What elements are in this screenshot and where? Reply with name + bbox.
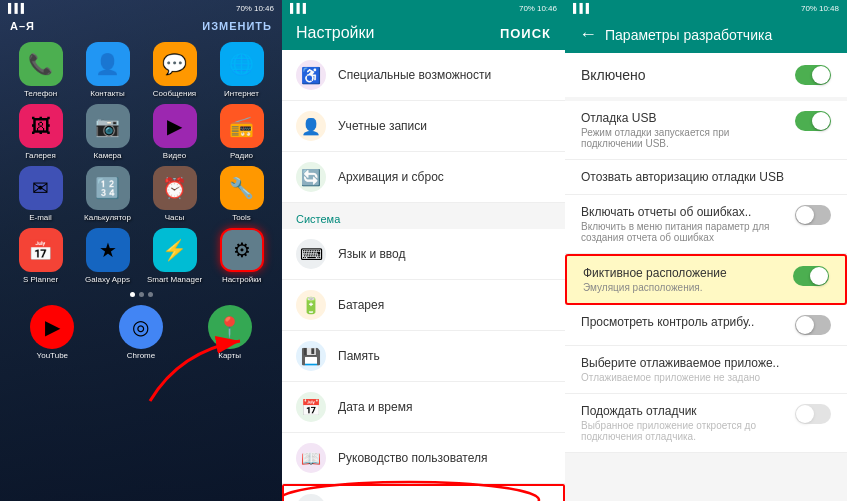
settings-item-accessibility[interactable]: ♿ Специальные возможности: [282, 50, 565, 101]
app-tools-label: Tools: [232, 213, 251, 222]
settings-item-battery[interactable]: 🔋 Батарея: [282, 280, 565, 331]
dev-option-attr-title: Просмотреть контроль атрибу..: [581, 315, 787, 329]
dev-mock-location-toggle[interactable]: [793, 266, 829, 286]
settings-item-developer[interactable]: { } Параметры разработчика: [282, 484, 565, 501]
dev-option-debug-app-sub: Отлаживаемое приложение не задано: [581, 372, 831, 383]
app-galaxy-apps[interactable]: ★ Galaxy Apps: [77, 228, 138, 284]
dev-option-revoke-usb[interactable]: Отозвать авторизацию отладки USB: [565, 160, 847, 195]
settings-item-manual[interactable]: 📖 Руководство пользователя: [282, 433, 565, 484]
app-messages-label: Сообщения: [153, 89, 196, 98]
app-splanner-label: S Planner: [23, 275, 58, 284]
dev-option-usb-debug-title: Отладка USB: [581, 111, 787, 125]
app-gallery-label: Галерея: [25, 151, 56, 160]
dot-1: [130, 292, 135, 297]
dev-option-attr-text: Просмотреть контроль атрибу..: [581, 315, 787, 329]
app-contacts[interactable]: 👤 Контакты: [77, 42, 138, 98]
manual-label: Руководство пользователя: [338, 451, 487, 465]
splanner-icon: 📅: [19, 228, 63, 272]
settings-header: Настройки ПОИСК: [282, 16, 565, 50]
smart-manager-icon: ⚡: [153, 228, 197, 272]
dev-enabled-toggle[interactable]: [795, 65, 831, 85]
app-clock-label: Часы: [165, 213, 185, 222]
home-apps-grid: 📞 Телефон 👤 Контакты 💬 Сообщения 🌐 Интер…: [0, 36, 282, 290]
settings-search-button[interactable]: ПОИСК: [500, 26, 551, 41]
app-smart-manager-label: Smart Manager: [147, 275, 202, 284]
settings-status-bar: ▌▌▌ 70% 10:46: [282, 0, 565, 16]
settings-title: Настройки: [296, 24, 374, 42]
tools-icon: 🔧: [220, 166, 264, 210]
language-label: Язык и ввод: [338, 247, 405, 261]
app-video-label: Видео: [163, 151, 186, 160]
app-youtube-label: YouTube: [37, 351, 68, 360]
app-email[interactable]: ✉ E-mail: [10, 166, 71, 222]
clock-icon: ⏰: [153, 166, 197, 210]
dev-option-bug-sub: Включить в меню питания параметр для соз…: [581, 221, 787, 243]
home-screen: ▌▌▌ 70% 10:46 А–Я ИЗМЕНИТЬ 📞 Телефон 👤 К…: [0, 0, 282, 501]
app-video[interactable]: ▶ Видео: [144, 104, 205, 160]
phone-icon: 📞: [19, 42, 63, 86]
settings-item-language[interactable]: ⌨ Язык и ввод: [282, 229, 565, 280]
app-tools[interactable]: 🔧 Tools: [211, 166, 272, 222]
app-radio[interactable]: 📻 Радио: [211, 104, 272, 160]
app-camera[interactable]: 📷 Камера: [77, 104, 138, 160]
settings-item-memory[interactable]: 💾 Память: [282, 331, 565, 382]
dev-option-wait-sub: Выбранное приложение откроется до подклю…: [581, 420, 787, 442]
app-youtube[interactable]: ▶ YouTube: [30, 305, 74, 360]
app-splanner[interactable]: 📅 S Planner: [10, 228, 71, 284]
dev-option-wait-title: Подождать отладчик: [581, 404, 787, 418]
app-calculator[interactable]: 🔢 Калькулятор: [77, 166, 138, 222]
settings-list: ♿ Специальные возможности 👤 Учетные запи…: [282, 50, 565, 501]
dev-option-revoke-title: Отозвать авторизацию отладки USB: [581, 170, 831, 184]
dot-2: [139, 292, 144, 297]
settings-panel: ▌▌▌ 70% 10:46 Настройки ПОИСК ♿ Специаль…: [282, 0, 565, 501]
app-smart-manager[interactable]: ⚡ Smart Manager: [144, 228, 205, 284]
dev-usb-debug-toggle[interactable]: [795, 111, 831, 131]
settings-item-datetime[interactable]: 📅 Дата и время: [282, 382, 565, 433]
dev-option-debug-app[interactable]: Выберите отлаживаемое приложе.. Отлажива…: [565, 346, 847, 394]
backup-icon: 🔄: [296, 162, 326, 192]
dev-wait-toggle[interactable]: [795, 404, 831, 424]
app-radio-label: Радио: [230, 151, 253, 160]
app-clock[interactable]: ⏰ Часы: [144, 166, 205, 222]
dev-title: Параметры разработчика: [605, 27, 772, 43]
email-icon: ✉: [19, 166, 63, 210]
back-button[interactable]: ←: [579, 24, 597, 45]
settings-item-backup[interactable]: 🔄 Архивация и сброс: [282, 152, 565, 203]
settings-section-system: Система: [282, 203, 565, 229]
messages-icon: 💬: [153, 42, 197, 86]
dev-option-bug-reports[interactable]: Включать отчеты об ошибках.. Включить в …: [565, 195, 847, 254]
dev-bug-reports-toggle[interactable]: [795, 205, 831, 225]
camera-icon: 📷: [86, 104, 130, 148]
app-gallery[interactable]: 🖼 Галерея: [10, 104, 71, 160]
dev-option-attr-inspect[interactable]: Просмотреть контроль атрибу..: [565, 305, 847, 346]
dev-option-mock-title: Фиктивное расположение: [583, 266, 785, 280]
dev-attr-toggle[interactable]: [795, 315, 831, 335]
toggle-knob-bug: [796, 206, 814, 224]
app-settings[interactable]: ⚙ Настройки: [211, 228, 272, 284]
settings-time: 10:46: [537, 4, 557, 13]
app-phone[interactable]: 📞 Телефон: [10, 42, 71, 98]
dev-status-bar: ▌▌▌ 70% 10:48: [565, 0, 847, 16]
settings-battery: 70%: [519, 4, 535, 13]
home-status-bar: ▌▌▌ 70% 10:46: [0, 0, 282, 16]
memory-label: Память: [338, 349, 380, 363]
dev-option-wait-debugger[interactable]: Подождать отладчик Выбранное приложение …: [565, 394, 847, 453]
dev-option-debug-app-title: Выберите отлаживаемое приложе..: [581, 356, 831, 370]
memory-icon: 💾: [296, 341, 326, 371]
youtube-icon: ▶: [30, 305, 74, 349]
dev-enabled-label: Включено: [581, 67, 646, 83]
home-edit-button[interactable]: ИЗМЕНИТЬ: [202, 20, 272, 32]
dev-option-usb-debug-text: Отладка USB Режим отладки запускается пр…: [581, 111, 787, 149]
dot-3: [148, 292, 153, 297]
dev-option-usb-debug[interactable]: Отладка USB Режим отладки запускается пр…: [565, 101, 847, 160]
language-icon: ⌨: [296, 239, 326, 269]
dev-option-mock-location[interactable]: Фиктивное расположение Эмуляция располож…: [565, 254, 847, 305]
app-internet[interactable]: 🌐 Интернет: [211, 42, 272, 98]
home-top-bar: А–Я ИЗМЕНИТЬ: [0, 16, 282, 36]
settings-item-accounts[interactable]: 👤 Учетные записи: [282, 101, 565, 152]
app-messages[interactable]: 💬 Сообщения: [144, 42, 205, 98]
toggle-knob-usb: [812, 112, 830, 130]
developer-panel: ▌▌▌ 70% 10:48 ← Параметры разработчика В…: [565, 0, 847, 501]
home-page-dots: [0, 290, 282, 299]
backup-label: Архивация и сброс: [338, 170, 444, 184]
